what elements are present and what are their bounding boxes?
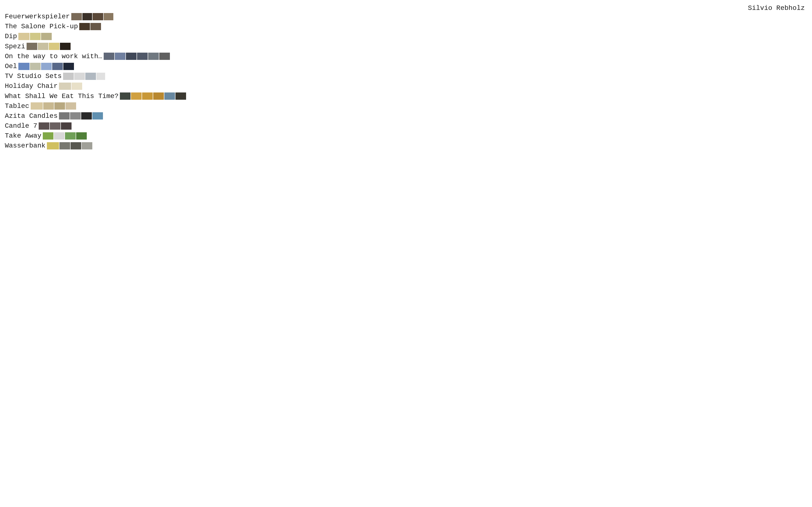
thumbnail <box>104 53 114 60</box>
list-item[interactable]: Dip <box>5 32 807 41</box>
thumbnail <box>93 13 103 20</box>
thumbnail <box>79 23 90 30</box>
thumbnail <box>120 93 131 100</box>
thumb-strip <box>27 43 70 50</box>
list-item[interactable]: Take Away <box>5 131 807 140</box>
thumbnail <box>175 93 186 100</box>
thumbnail <box>126 53 137 60</box>
thumbnail <box>90 23 101 30</box>
thumbnail <box>52 63 63 70</box>
thumbnail <box>54 102 65 110</box>
thumb-strip <box>120 93 186 100</box>
project-list: Feuerwerkspieler The Salone Pick-up Dip … <box>5 12 807 151</box>
thumbnail <box>159 53 170 60</box>
thumbnail <box>47 142 59 150</box>
project-label: On the way to work with… <box>5 52 102 61</box>
thumbnail <box>65 102 76 110</box>
project-label: Candle 7 <box>5 121 37 131</box>
list-item[interactable]: Candle 7 <box>5 121 807 131</box>
thumb-strip <box>71 13 113 20</box>
thumb-strip <box>39 122 71 130</box>
list-item[interactable]: Feuerwerkspieler <box>5 12 807 21</box>
list-item[interactable]: Wasserbank <box>5 141 807 151</box>
thumbnail <box>74 73 85 80</box>
project-label: Feuerwerkspieler <box>5 12 70 21</box>
thumbnail <box>60 43 70 50</box>
thumbnail <box>92 112 103 119</box>
project-label: Dip <box>5 32 17 41</box>
thumbnail <box>65 132 75 139</box>
thumbnail <box>115 53 125 60</box>
thumbnail <box>30 63 41 70</box>
thumbnail <box>153 93 164 100</box>
thumb-strip <box>104 53 170 60</box>
thumb-strip <box>63 73 105 80</box>
thumbnail <box>104 13 113 20</box>
thumbnail <box>71 82 82 90</box>
list-item[interactable]: Holiday Chair <box>5 81 807 91</box>
thumbnail <box>39 122 49 130</box>
thumb-strip <box>31 102 76 110</box>
project-label: The Salone Pick-up <box>5 22 78 31</box>
thumbnail <box>71 13 82 20</box>
list-item[interactable]: Spezi <box>5 42 807 51</box>
thumbnail <box>137 53 148 60</box>
thumbnail <box>81 112 92 119</box>
project-label: Oel <box>5 62 17 71</box>
thumbnail <box>83 13 92 20</box>
list-item[interactable]: TV Studio Sets <box>5 71 807 81</box>
list-item[interactable]: What Shall We Eat This Time? <box>5 92 807 101</box>
project-label: Holiday Chair <box>5 81 57 91</box>
thumbnail <box>59 112 69 119</box>
thumbnail <box>31 102 43 110</box>
thumbnail <box>41 33 52 40</box>
thumbnail <box>63 73 74 80</box>
list-item[interactable]: Azita Candles <box>5 111 807 121</box>
project-label: Spezi <box>5 42 25 51</box>
thumbnail <box>18 63 30 70</box>
thumb-strip <box>18 63 74 70</box>
thumbnail <box>61 122 71 130</box>
site-author: Silvio Rebholz <box>748 4 805 12</box>
thumb-strip <box>59 82 82 90</box>
thumbnail <box>30 33 41 40</box>
list-item[interactable]: The Salone Pick-up <box>5 22 807 31</box>
thumbnail <box>148 53 159 60</box>
thumb-strip <box>79 23 101 30</box>
project-label: Take Away <box>5 131 41 140</box>
project-label: Wasserbank <box>5 141 45 151</box>
thumbnail <box>38 43 48 50</box>
project-label: TV Studio Sets <box>5 71 62 81</box>
thumbnail <box>131 93 142 100</box>
thumbnail <box>43 102 54 110</box>
thumbnail <box>59 82 71 90</box>
thumbnail <box>41 63 52 70</box>
list-item[interactable]: On the way to work with… <box>5 52 807 61</box>
project-label: What Shall We Eat This Time? <box>5 92 118 101</box>
thumbnail <box>82 142 92 150</box>
thumbnail <box>142 93 153 100</box>
thumbnail <box>59 142 70 150</box>
thumbnail <box>54 132 64 139</box>
thumbnail <box>96 73 105 80</box>
thumbnail <box>43 132 53 139</box>
thumb-strip <box>47 142 92 150</box>
thumbnail <box>164 93 175 100</box>
thumbnail <box>70 112 81 119</box>
thumbnail <box>50 122 60 130</box>
thumb-strip <box>43 132 87 139</box>
list-item[interactable]: Oel <box>5 62 807 71</box>
header: Silvio Rebholz <box>5 4 807 12</box>
thumbnail <box>70 142 81 150</box>
project-label: Azita Candles <box>5 111 57 121</box>
thumbnail <box>63 63 74 70</box>
thumbnail <box>85 73 96 80</box>
thumbnail <box>18 33 30 40</box>
thumb-strip <box>59 112 103 119</box>
thumbnail <box>49 43 59 50</box>
thumb-strip <box>18 33 52 40</box>
list-item[interactable]: Tablec <box>5 101 807 111</box>
project-label: Tablec <box>5 101 29 111</box>
thumbnail <box>76 132 87 139</box>
thumbnail <box>27 43 37 50</box>
